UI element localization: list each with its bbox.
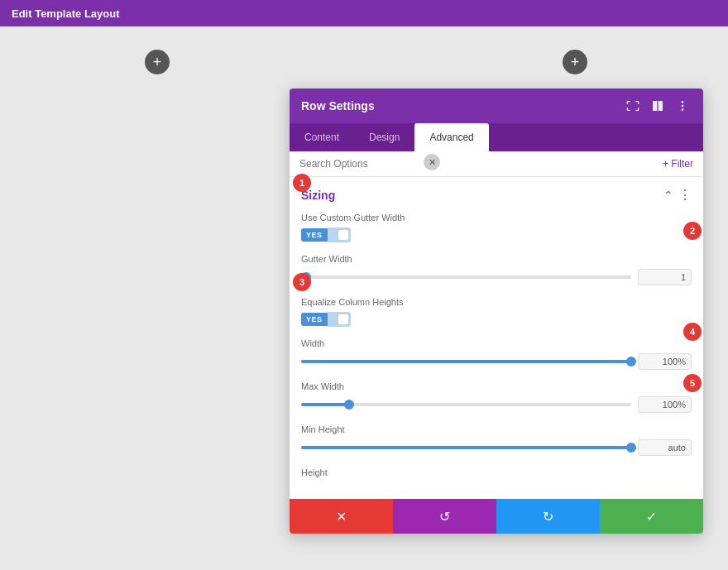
modal-close-button[interactable]: ✕	[424, 154, 440, 170]
min-height-label: Min Height	[301, 424, 692, 434]
max-width-thumb[interactable]	[344, 400, 354, 410]
panel-content: Sizing ⌃ ⋮ Use Custom Gutter Width YES G…	[290, 177, 703, 499]
gutter-toggle-row: Use Custom Gutter Width YES	[301, 213, 692, 242]
width-label: Width	[301, 338, 692, 348]
min-height-track[interactable]	[301, 446, 631, 449]
top-bar: Edit Template Layout	[0, 0, 728, 26]
canvas: + + 1 2 3 4 5 Row Settings Content	[0, 26, 728, 570]
badge-2: 2	[683, 222, 702, 240]
modal-title: Row Settings	[301, 99, 375, 113]
max-width-value[interactable]: 100%	[638, 396, 692, 413]
badge-3: 3	[293, 273, 311, 291]
min-height-value[interactable]: auto	[638, 439, 692, 456]
tab-content[interactable]: Content	[290, 123, 354, 151]
search-bar: + Filter	[290, 151, 703, 177]
gutter-width-value[interactable]: 1	[638, 269, 692, 285]
modal-header-icons	[624, 97, 692, 115]
section-more-icon[interactable]: ⋮	[678, 187, 692, 203]
max-width-slider-row: 100%	[301, 396, 692, 413]
confirm-button[interactable]: ✓	[600, 499, 703, 534]
height-label: Height	[301, 467, 692, 477]
max-width-track[interactable]	[301, 403, 631, 406]
svg-point-1	[682, 105, 684, 108]
width-row: Width 100%	[301, 338, 692, 370]
gutter-width-track[interactable]	[301, 275, 631, 279]
equalize-toggle-handle[interactable]	[328, 312, 351, 327]
search-input[interactable]	[299, 158, 663, 170]
section-chevron-icon[interactable]: ⌃	[663, 189, 673, 202]
columns-icon[interactable]	[649, 97, 667, 115]
equalize-toggle-row: Equalize Column Heights YES	[301, 297, 692, 327]
equalize-label: Equalize Column Heights	[301, 297, 692, 307]
height-row: Height	[301, 467, 692, 477]
row-settings-modal: Row Settings Content Design Advanced	[290, 89, 703, 534]
tab-advanced[interactable]: Advanced	[414, 123, 488, 151]
section-controls: ⌃ ⋮	[663, 187, 692, 203]
width-fill	[301, 360, 631, 363]
max-width-label: Max Width	[301, 381, 692, 391]
tabs: Content Design Advanced	[290, 123, 703, 151]
min-height-row: Min Height auto	[301, 424, 692, 456]
svg-point-0	[682, 101, 684, 103]
min-height-fill	[301, 446, 631, 449]
width-value[interactable]: 100%	[638, 353, 692, 370]
width-track[interactable]	[301, 360, 631, 363]
top-bar-title: Edit Template Layout	[12, 7, 120, 20]
equalize-toggle-wrap: YES	[301, 312, 692, 327]
add-row-left-button[interactable]: +	[145, 50, 170, 74]
min-height-thumb[interactable]	[626, 443, 636, 453]
add-row-right-button[interactable]: +	[563, 50, 587, 74]
focus-icon[interactable]	[624, 97, 642, 115]
svg-point-2	[682, 108, 684, 111]
modal-header: Row Settings	[290, 89, 703, 123]
min-height-slider-row: auto	[301, 439, 692, 456]
redo-button[interactable]: ↻	[496, 499, 600, 534]
width-slider-row: 100%	[301, 353, 692, 370]
badge-4: 4	[683, 323, 702, 341]
max-width-row: Max Width 100%	[301, 381, 692, 413]
action-bar: ✕ ↺ ↻ ✓	[290, 499, 703, 534]
gutter-toggle-yes[interactable]: YES	[301, 228, 328, 242]
gutter-toggle-wrap: YES	[301, 228, 692, 242]
gutter-width-slider-row: 1	[301, 269, 692, 285]
gutter-toggle-label: Use Custom Gutter Width	[301, 213, 692, 223]
filter-button[interactable]: + Filter	[663, 158, 693, 170]
badge-1: 1	[293, 174, 311, 192]
max-width-fill	[301, 403, 351, 406]
cancel-button[interactable]: ✕	[290, 499, 393, 534]
badge-5: 5	[683, 374, 702, 392]
gutter-width-label: Gutter Width	[301, 254, 692, 264]
section-header: Sizing ⌃ ⋮	[301, 187, 692, 203]
equalize-toggle-yes[interactable]: YES	[301, 313, 328, 326]
gutter-toggle-handle[interactable]	[328, 228, 351, 242]
tab-design[interactable]: Design	[354, 123, 414, 151]
width-thumb[interactable]	[626, 357, 636, 366]
more-options-icon[interactable]	[673, 97, 692, 115]
gutter-width-row: Gutter Width 1	[301, 254, 692, 285]
undo-button[interactable]: ↺	[393, 499, 496, 534]
